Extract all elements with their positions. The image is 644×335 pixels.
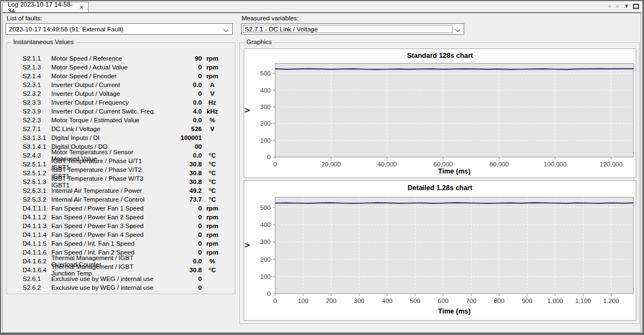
parameter-code: S2.3.1: [23, 82, 51, 88]
parameter-code: D4.1.1.2: [23, 214, 51, 220]
parameter-row: S2.5.1.3IGBT Temperature / Phase W/T3 IG…: [7, 177, 235, 186]
parameter-description: Fan Speed / Power Fan 1 Speed: [51, 205, 158, 212]
parameter-value: 30.8: [158, 161, 202, 168]
parameter-row: S2.6.2Exclusive use by WEG / internal us…: [7, 283, 235, 292]
parameter-value: 0: [158, 214, 202, 220]
fault-select[interactable]: 2023-10-17 14:49:58 (91: External Fault): [6, 23, 233, 35]
parameter-value: 49.2: [158, 187, 202, 194]
parameter-row: D4.1.1.2Fan Speed / Power Fan 2 Speed0rp…: [7, 213, 235, 221]
svg-text:0: 0: [267, 154, 271, 160]
parameter-value: 0: [158, 240, 202, 247]
parameter-description: Fan Speed / Power Fan 2 Speed: [51, 214, 158, 220]
tab-strip: Log 2023-10-17 14-58-34 ✕ ◄ ► ▼: [1, 1, 642, 12]
svg-text:400: 400: [260, 87, 271, 94]
tab-log[interactable]: Log 2023-10-17 14-58-34 ✕: [2, 2, 89, 13]
parameter-description: Fan Speed / Power Fan 3 Speed: [51, 223, 158, 229]
detailed-chart-plot: 0100200300400500010020030040050060070080…: [244, 181, 636, 320]
parameter-unit: °C: [204, 196, 221, 203]
parameter-value: 0: [158, 231, 202, 238]
parameter-description: DC Link / Voltage: [51, 126, 158, 132]
detailed-chart-panel: Detailed 1.28s chart 0100200300400500010…: [244, 180, 636, 321]
parameter-description: Internal Air Temperature / Control: [51, 196, 158, 203]
parameter-row: D4.1.1.4Fan Speed / Power Fan 4 Speed0rp…: [7, 230, 235, 239]
parameter-value: 0: [158, 275, 202, 282]
parameter-value: 30.8: [158, 267, 202, 273]
instantaneous-values-title: Instantaneous Values: [11, 39, 76, 45]
measured-variables-label: Measured variables:: [242, 15, 299, 21]
parameter-code: S2.5.3.1: [23, 187, 51, 194]
svg-text:600: 600: [438, 298, 448, 304]
parameter-description: Internal Air Temperature / Power: [51, 187, 158, 194]
parameter-description: Inverter Output / Current: [51, 82, 158, 88]
parameter-unit: rpm: [204, 64, 221, 71]
parameter-value: 0: [158, 284, 202, 291]
parameter-row: S2.3.9Inverter Output / Current Switc. F…: [7, 107, 235, 116]
svg-text:900: 900: [522, 298, 532, 304]
parameter-row: D4.1.1.5Fan Speed / Int. Fan 1 Speed0rpm: [7, 239, 235, 248]
svg-text:1,000: 1,000: [547, 298, 563, 304]
parameter-code: S2.3.3: [23, 99, 51, 106]
svg-text:1,200: 1,200: [603, 298, 619, 304]
scroll-left-icon[interactable]: ◄: [607, 3, 611, 9]
tab-list-dropdown-icon[interactable]: ▼: [624, 3, 629, 9]
svg-text:500: 500: [260, 70, 271, 77]
svg-text:0: 0: [273, 298, 277, 304]
parameter-code: S3.1.4.1: [23, 143, 51, 150]
parameter-code: S3.1.3.1: [23, 134, 51, 141]
svg-text:400: 400: [260, 221, 271, 228]
parameter-value: 0: [158, 223, 202, 229]
parameter-description: Digital Inputs / DI: [51, 134, 158, 141]
svg-text:100: 100: [298, 298, 308, 304]
parameter-code: D4.1.1.6: [23, 249, 51, 256]
parameter-value: 0.0: [158, 99, 202, 106]
parameter-unit: °C: [204, 179, 221, 185]
parameter-description: Fan Speed / Int. Fan 1 Speed: [51, 240, 158, 247]
svg-text:300: 300: [354, 298, 364, 304]
parameter-value: 0.0: [158, 152, 202, 159]
instantaneous-values-list: S2.1.1Motor Speed / Reference90rpmS2.1.3…: [7, 54, 235, 292]
parameter-description: Motor Speed / Encoder: [51, 73, 158, 79]
instantaneous-values-group: Instantaneous Values S2.1.1Motor Speed /…: [6, 42, 235, 294]
maximize-icon[interactable]: [633, 4, 639, 9]
svg-text:300: 300: [260, 239, 271, 245]
svg-text:500: 500: [260, 204, 271, 211]
parameter-unit: °C: [204, 170, 221, 176]
parameter-code: S2.7.1: [23, 126, 51, 132]
parameter-unit: °C: [204, 152, 221, 159]
parameter-row: S2.1.3Motor Speed / Actual Value0rpm: [7, 63, 235, 72]
svg-text:100: 100: [260, 137, 271, 144]
svg-text:700: 700: [466, 298, 476, 304]
focus-rectangle: [243, 25, 453, 33]
measured-variable-select[interactable]: S2.7.1 - DC Link / Voltage: [242, 23, 464, 35]
parameter-value: 30.8: [158, 179, 202, 185]
parameter-row: S2.3.1Inverter Output / Current0.0A: [7, 80, 235, 89]
parameter-code: D4.1.1.4: [23, 231, 51, 238]
parameter-code: S2.5.3.2: [23, 196, 51, 203]
parameter-value: 00: [158, 143, 202, 150]
parameter-unit: kHz: [204, 108, 221, 115]
parameter-value: 526: [158, 126, 202, 132]
parameter-row: D4.1.6.4Thermal Management / IGBT Juncti…: [7, 266, 235, 274]
parameter-unit: V: [204, 126, 221, 132]
parameter-unit: rpm: [204, 205, 221, 212]
parameter-code: S2.2.3: [23, 117, 51, 123]
parameter-row: S2.2.3Motor Torque / Estimated Value0.0%: [7, 116, 235, 125]
parameter-description: Fan Speed / Power Fan 4 Speed: [51, 231, 158, 238]
parameter-description: Motor Speed / Actual Value: [51, 64, 158, 71]
content-pane: List of faults: 2023-10-17 14:49:58 (91:…: [2, 12, 641, 333]
svg-text:200: 200: [260, 256, 271, 263]
parameter-code: S2.5.1.1: [23, 161, 51, 168]
svg-text:800: 800: [494, 298, 505, 304]
parameter-value: 0: [158, 249, 202, 256]
parameter-value: 0: [158, 90, 202, 97]
parameter-value: 100001: [158, 134, 202, 141]
parameter-value: 0: [158, 73, 202, 79]
scroll-right-icon[interactable]: ►: [615, 3, 620, 9]
parameter-unit: A: [204, 82, 221, 88]
svg-text:0: 0: [267, 290, 271, 297]
parameter-row: S2.7.1DC Link / Voltage526V: [7, 125, 235, 133]
svg-text:400: 400: [382, 298, 393, 304]
parameter-value: 0: [158, 205, 202, 212]
close-icon[interactable]: ✕: [78, 4, 85, 11]
parameter-unit: rpm: [204, 214, 221, 220]
